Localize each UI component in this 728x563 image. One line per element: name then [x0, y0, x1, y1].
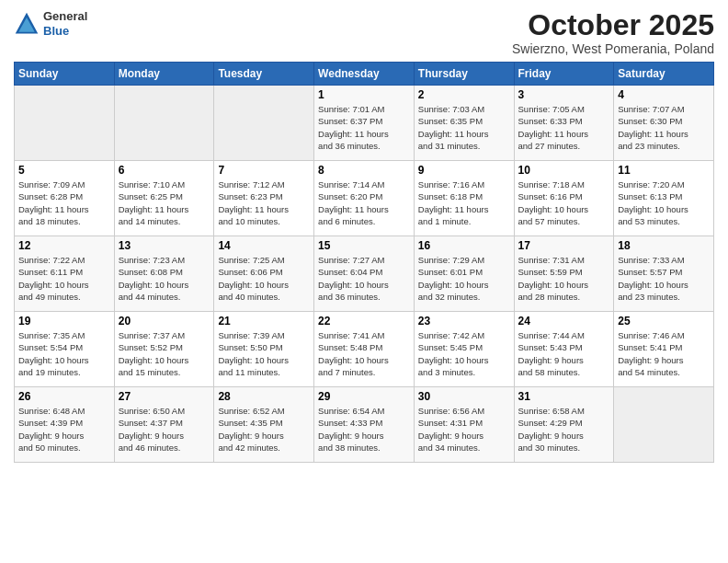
calendar-cell: 7Sunrise: 7:12 AMSunset: 6:23 PMDaylight…	[214, 161, 314, 236]
day-number: 8	[318, 164, 410, 177]
day-info: Sunrise: 7:14 AMSunset: 6:20 PMDaylight:…	[318, 178, 410, 227]
calendar-cell: 30Sunrise: 6:56 AMSunset: 4:31 PMDayligh…	[414, 387, 514, 463]
day-number: 14	[218, 239, 310, 252]
day-number: 17	[518, 239, 610, 252]
calendar-cell	[15, 86, 115, 161]
day-info: Sunrise: 6:52 AMSunset: 4:35 PMDaylight:…	[218, 405, 310, 454]
calendar-cell: 18Sunrise: 7:33 AMSunset: 5:57 PMDayligh…	[614, 236, 714, 312]
calendar-cell: 21Sunrise: 7:39 AMSunset: 5:50 PMDayligh…	[214, 312, 314, 387]
day-number: 15	[318, 239, 410, 252]
day-number: 6	[119, 164, 210, 177]
day-info: Sunrise: 7:05 AMSunset: 6:33 PMDaylight:…	[518, 103, 610, 152]
calendar-cell	[214, 86, 314, 161]
day-number: 9	[418, 164, 510, 177]
day-info: Sunrise: 7:44 AMSunset: 5:43 PMDaylight:…	[518, 329, 610, 378]
day-info: Sunrise: 7:29 AMSunset: 6:01 PMDaylight:…	[418, 254, 510, 303]
calendar-cell: 5Sunrise: 7:09 AMSunset: 6:28 PMDaylight…	[15, 161, 115, 236]
logo-icon	[14, 11, 40, 37]
calendar-cell: 17Sunrise: 7:31 AMSunset: 5:59 PMDayligh…	[514, 236, 614, 312]
header-tuesday: Tuesday	[214, 63, 314, 86]
calendar-week-2: 5Sunrise: 7:09 AMSunset: 6:28 PMDaylight…	[15, 161, 714, 236]
calendar-cell: 12Sunrise: 7:22 AMSunset: 6:11 PMDayligh…	[15, 236, 115, 312]
day-info: Sunrise: 7:37 AMSunset: 5:52 PMDaylight:…	[119, 329, 210, 378]
day-number: 18	[618, 239, 710, 252]
calendar-cell: 3Sunrise: 7:05 AMSunset: 6:33 PMDaylight…	[514, 86, 614, 161]
day-number: 3	[518, 88, 610, 101]
day-info: Sunrise: 7:39 AMSunset: 5:50 PMDaylight:…	[218, 329, 310, 378]
day-number: 26	[18, 390, 110, 403]
logo: General Blue	[14, 9, 87, 38]
day-number: 24	[518, 315, 610, 327]
day-number: 11	[618, 164, 710, 177]
calendar-cell: 4Sunrise: 7:07 AMSunset: 6:30 PMDaylight…	[614, 86, 714, 161]
calendar-cell: 15Sunrise: 7:27 AMSunset: 6:04 PMDayligh…	[314, 236, 415, 312]
day-info: Sunrise: 7:22 AMSunset: 6:11 PMDaylight:…	[18, 254, 110, 303]
calendar-cell: 6Sunrise: 7:10 AMSunset: 6:25 PMDaylight…	[114, 161, 214, 236]
calendar-week-1: 1Sunrise: 7:01 AMSunset: 6:37 PMDaylight…	[15, 86, 714, 161]
header-friday: Friday	[514, 63, 614, 86]
calendar-cell: 2Sunrise: 7:03 AMSunset: 6:35 PMDaylight…	[414, 86, 514, 161]
day-info: Sunrise: 6:54 AMSunset: 4:33 PMDaylight:…	[318, 405, 410, 454]
day-info: Sunrise: 7:18 AMSunset: 6:16 PMDaylight:…	[518, 178, 610, 227]
calendar-cell: 16Sunrise: 7:29 AMSunset: 6:01 PMDayligh…	[414, 236, 514, 312]
day-number: 30	[418, 390, 510, 403]
calendar-cell: 31Sunrise: 6:58 AMSunset: 4:29 PMDayligh…	[514, 387, 614, 463]
day-number: 5	[18, 164, 110, 177]
day-number: 10	[518, 164, 610, 177]
calendar-week-3: 12Sunrise: 7:22 AMSunset: 6:11 PMDayligh…	[15, 236, 714, 312]
day-info: Sunrise: 7:07 AMSunset: 6:30 PMDaylight:…	[618, 103, 710, 152]
calendar-cell	[614, 387, 714, 463]
header-wednesday: Wednesday	[314, 63, 415, 86]
day-number: 1	[318, 88, 410, 101]
day-number: 7	[218, 164, 310, 177]
day-info: Sunrise: 6:48 AMSunset: 4:39 PMDaylight:…	[18, 405, 110, 454]
day-info: Sunrise: 7:10 AMSunset: 6:25 PMDaylight:…	[119, 178, 210, 227]
day-number: 13	[119, 239, 210, 252]
logo-text: General Blue	[43, 9, 87, 38]
day-info: Sunrise: 7:42 AMSunset: 5:45 PMDaylight:…	[418, 329, 510, 378]
day-number: 16	[418, 239, 510, 252]
day-number: 21	[218, 315, 310, 327]
calendar-table: Sunday Monday Tuesday Wednesday Thursday…	[14, 62, 714, 463]
header-thursday: Thursday	[414, 63, 514, 86]
day-number: 27	[119, 390, 210, 403]
calendar-cell: 26Sunrise: 6:48 AMSunset: 4:39 PMDayligh…	[15, 387, 115, 463]
header-row: General Blue October 2025 Swierzno, West…	[14, 9, 714, 56]
calendar-cell: 29Sunrise: 6:54 AMSunset: 4:33 PMDayligh…	[314, 387, 415, 463]
day-info: Sunrise: 7:16 AMSunset: 6:18 PMDaylight:…	[418, 178, 510, 227]
calendar-cell: 25Sunrise: 7:46 AMSunset: 5:41 PMDayligh…	[614, 312, 714, 387]
day-info: Sunrise: 7:01 AMSunset: 6:37 PMDaylight:…	[318, 103, 410, 152]
calendar-cell: 22Sunrise: 7:41 AMSunset: 5:48 PMDayligh…	[314, 312, 415, 387]
header-saturday: Saturday	[614, 63, 714, 86]
calendar-cell: 13Sunrise: 7:23 AMSunset: 6:08 PMDayligh…	[114, 236, 214, 312]
calendar-cell: 8Sunrise: 7:14 AMSunset: 6:20 PMDaylight…	[314, 161, 415, 236]
calendar-cell	[114, 86, 214, 161]
header-sunday: Sunday	[15, 63, 115, 86]
calendar-cell: 19Sunrise: 7:35 AMSunset: 5:54 PMDayligh…	[15, 312, 115, 387]
calendar-cell: 11Sunrise: 7:20 AMSunset: 6:13 PMDayligh…	[614, 161, 714, 236]
calendar-cell: 28Sunrise: 6:52 AMSunset: 4:35 PMDayligh…	[214, 387, 314, 463]
day-info: Sunrise: 7:23 AMSunset: 6:08 PMDaylight:…	[119, 254, 210, 303]
calendar-cell: 20Sunrise: 7:37 AMSunset: 5:52 PMDayligh…	[114, 312, 214, 387]
calendar-cell: 14Sunrise: 7:25 AMSunset: 6:06 PMDayligh…	[214, 236, 314, 312]
day-number: 19	[18, 315, 110, 327]
logo-blue: Blue	[43, 24, 87, 39]
month-title: October 2025	[512, 9, 714, 41]
day-info: Sunrise: 7:41 AMSunset: 5:48 PMDaylight:…	[318, 329, 410, 378]
calendar-week-5: 26Sunrise: 6:48 AMSunset: 4:39 PMDayligh…	[15, 387, 714, 463]
day-number: 22	[318, 315, 410, 327]
calendar-week-4: 19Sunrise: 7:35 AMSunset: 5:54 PMDayligh…	[15, 312, 714, 387]
logo-general: General	[43, 9, 87, 24]
day-info: Sunrise: 7:33 AMSunset: 5:57 PMDaylight:…	[618, 254, 710, 303]
calendar-cell: 10Sunrise: 7:18 AMSunset: 6:16 PMDayligh…	[514, 161, 614, 236]
calendar-body: 1Sunrise: 7:01 AMSunset: 6:37 PMDaylight…	[15, 86, 714, 463]
day-info: Sunrise: 7:27 AMSunset: 6:04 PMDaylight:…	[318, 254, 410, 303]
day-number: 28	[218, 390, 310, 403]
day-info: Sunrise: 7:31 AMSunset: 5:59 PMDaylight:…	[518, 254, 610, 303]
header-row-days: Sunday Monday Tuesday Wednesday Thursday…	[15, 63, 714, 86]
day-number: 31	[518, 390, 610, 403]
day-info: Sunrise: 6:58 AMSunset: 4:29 PMDaylight:…	[518, 405, 610, 454]
day-info: Sunrise: 7:46 AMSunset: 5:41 PMDaylight:…	[618, 329, 710, 378]
calendar-cell: 1Sunrise: 7:01 AMSunset: 6:37 PMDaylight…	[314, 86, 415, 161]
day-number: 25	[618, 315, 710, 327]
